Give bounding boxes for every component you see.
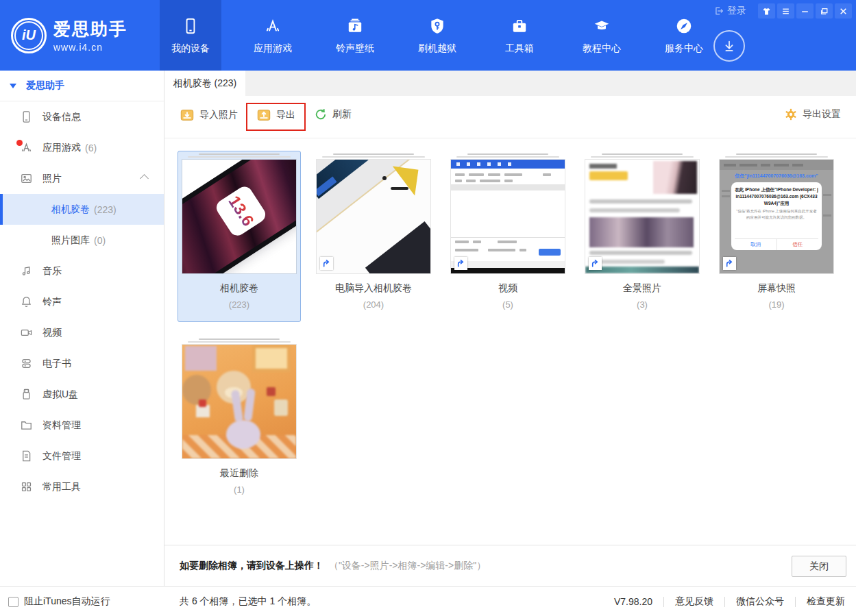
sidebar-item-data-manage[interactable]: 资料管理 bbox=[0, 410, 164, 441]
main-nav: 我的设备 应用游戏 铃声壁纸 刷机越狱 bbox=[160, 0, 735, 71]
check-update-link[interactable]: 检查更新 bbox=[807, 595, 845, 608]
version-label: V7.98.20 bbox=[614, 596, 652, 607]
sidebar-item-device-info[interactable]: 设备信息 bbox=[0, 101, 164, 132]
app-games-icon bbox=[264, 16, 282, 36]
album-name: 视频 bbox=[447, 282, 569, 295]
wechat-link[interactable]: 微信公众号 bbox=[736, 595, 784, 608]
app-logo: iU 爱思助手 www.i4.cn bbox=[0, 0, 160, 71]
checkbox-icon[interactable] bbox=[8, 597, 19, 607]
nav-my-device[interactable]: 我的设备 bbox=[160, 0, 221, 71]
my-device-icon bbox=[182, 16, 199, 36]
refresh-button[interactable]: 刷新 bbox=[314, 108, 352, 121]
login-button[interactable]: 登录 bbox=[714, 5, 746, 17]
document-icon bbox=[19, 449, 33, 463]
photos-icon bbox=[19, 172, 33, 186]
import-icon bbox=[180, 108, 195, 123]
minimize-icon bbox=[800, 7, 809, 16]
nav-tutorial-center[interactable]: 教程中心 bbox=[571, 0, 633, 71]
sidebar-item-photo-library[interactable]: 照片图库 (0) bbox=[0, 225, 164, 256]
shared-badge-icon bbox=[320, 257, 333, 270]
sidebar-item-camera-roll[interactable]: 相机胶卷 (223) bbox=[0, 194, 164, 225]
service-center-icon bbox=[675, 16, 693, 36]
logo-icon: iU bbox=[11, 18, 47, 53]
minimize-button[interactable] bbox=[796, 3, 814, 19]
album-count: (204) bbox=[313, 299, 435, 310]
sidebar-item-common-tools[interactable]: 常用工具 bbox=[0, 471, 164, 502]
album-name: 屏幕快照 bbox=[716, 282, 837, 295]
gear-icon bbox=[784, 108, 798, 121]
album-count: (19) bbox=[716, 299, 837, 310]
sidebar-item-music[interactable]: 音乐 bbox=[0, 256, 164, 286]
album-thumbnail bbox=[585, 160, 699, 273]
tree-expand-icon bbox=[10, 84, 16, 88]
trust-dialog-graphic: 在此 iPhone 上信任"iPhone Developer: jin11144… bbox=[731, 182, 822, 250]
nav-flash-jailbreak[interactable]: 刷机越狱 bbox=[406, 0, 468, 71]
tab-camera-roll[interactable]: 相机胶卷 (223) bbox=[164, 71, 245, 96]
tutorial-center-icon bbox=[593, 16, 611, 36]
import-photos-button[interactable]: 导入照片 bbox=[180, 108, 238, 123]
folder-icon bbox=[19, 419, 33, 432]
menu-list-icon bbox=[781, 7, 790, 16]
album-count: (223) bbox=[178, 299, 300, 310]
sidebar-item-file-manage[interactable]: 文件管理 bbox=[0, 441, 164, 471]
delete-notice-bar: 如要删除相簿，请到设备上操作！ （"设备->照片->相簿->编辑->删除"） 关… bbox=[164, 545, 856, 586]
notice-hint: （"设备->照片->相簿->编辑->删除"） bbox=[329, 560, 486, 571]
album-card-screenshots[interactable]: 信任"jin111447007076036@163.com" 在此 iPhone… bbox=[715, 151, 838, 322]
sidebar-item-app-games[interactable]: 应用游戏 (6) bbox=[0, 132, 164, 163]
maximize-icon bbox=[820, 7, 829, 16]
notice-close-button[interactable]: 关闭 bbox=[792, 556, 846, 577]
album-card-pc-imported[interactable]: 电脑导入相机胶卷 (204) bbox=[312, 151, 435, 322]
device-info-icon bbox=[19, 110, 33, 124]
block-itunes-checkbox[interactable]: 阻止iTunes自动运行 bbox=[8, 587, 110, 616]
sidebar-root-device[interactable]: 爱思助手 bbox=[0, 71, 164, 101]
album-count: (3) bbox=[581, 299, 703, 310]
toolbar: 导入照片 导出 刷新 导出设置 bbox=[164, 96, 856, 138]
sidebar-item-photos[interactable]: 照片 bbox=[0, 163, 164, 194]
sidebar-item-video[interactable]: 视频 bbox=[0, 317, 164, 348]
close-button[interactable] bbox=[835, 3, 852, 19]
nav-service-center[interactable]: 服务中心 bbox=[653, 0, 715, 71]
download-manager-button[interactable] bbox=[713, 30, 745, 62]
grid-icon bbox=[19, 480, 33, 494]
album-card-panoramas[interactable]: 全景照片 (3) bbox=[580, 151, 704, 322]
album-card-videos[interactable]: 视频 (5) bbox=[446, 151, 570, 322]
feedback-link[interactable]: 意见反馈 bbox=[675, 595, 713, 608]
album-card-recently-deleted[interactable]: 最近删除 (1) bbox=[178, 336, 301, 507]
app-url: www.i4.cn bbox=[53, 42, 127, 53]
shared-badge-icon bbox=[589, 257, 602, 270]
album-grid: 13.6 相机胶卷 (223) bbox=[164, 138, 856, 545]
usb-disk-icon bbox=[19, 388, 33, 402]
ringtone-wallpaper-icon bbox=[346, 16, 364, 36]
phone-graphic: 13.6 bbox=[182, 160, 296, 273]
nav-app-games[interactable]: 应用游戏 bbox=[242, 0, 304, 71]
album-name: 全景照片 bbox=[581, 282, 703, 295]
sidebar-item-ebook[interactable]: 电子书 bbox=[0, 348, 164, 379]
shirt-icon bbox=[762, 7, 771, 16]
shared-badge-icon bbox=[723, 257, 736, 270]
maximize-button[interactable] bbox=[816, 3, 833, 19]
album-count: (5) bbox=[447, 299, 569, 310]
flash-jailbreak-icon bbox=[428, 16, 446, 36]
export-settings-button[interactable]: 导出设置 bbox=[784, 108, 841, 121]
ebook-icon bbox=[19, 357, 33, 371]
album-thumbnail bbox=[317, 160, 430, 273]
album-card-camera-roll[interactable]: 13.6 相机胶卷 (223) bbox=[178, 151, 301, 322]
album-thumbnail: 信任"jin111447007076036@163.com" 在此 iPhone… bbox=[720, 160, 833, 273]
toolbox-icon bbox=[511, 16, 528, 36]
sidebar-item-ringtone[interactable]: 铃声 bbox=[0, 286, 164, 317]
album-thumbnail bbox=[182, 345, 296, 458]
export-button[interactable]: 导出 bbox=[256, 108, 295, 123]
collapse-icon[interactable] bbox=[140, 174, 149, 183]
bell-icon bbox=[19, 295, 33, 309]
album-name: 电脑导入相机胶卷 bbox=[313, 282, 435, 295]
notice-text: 如要删除相簿，请到设备上操作！ bbox=[180, 560, 323, 571]
video-camera-icon bbox=[19, 326, 33, 340]
theme-button[interactable] bbox=[758, 3, 775, 19]
menu-button[interactable] bbox=[777, 3, 794, 19]
sidebar-item-usb-disk[interactable]: 虚拟U盘 bbox=[0, 379, 164, 410]
nav-ringtone-wallpaper[interactable]: 铃声壁纸 bbox=[324, 0, 386, 71]
main-panel: 相机胶卷 (223) 导入照片 导出 刷新 导出设置 bbox=[164, 71, 856, 586]
album-count: (1) bbox=[178, 484, 300, 495]
album-name: 最近删除 bbox=[178, 467, 300, 480]
nav-toolbox[interactable]: 工具箱 bbox=[489, 0, 550, 71]
